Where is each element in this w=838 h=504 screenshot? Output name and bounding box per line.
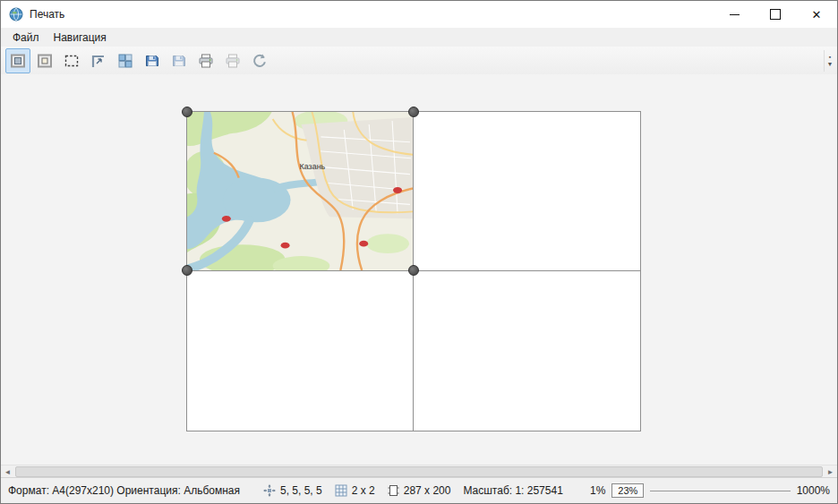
map-preview: Казань <box>187 112 413 270</box>
window-controls: ✕ <box>714 1 837 28</box>
close-icon: ✕ <box>812 9 822 21</box>
zoom-max-label: 1000% <box>797 484 830 497</box>
window-title: Печать <box>30 8 64 21</box>
save-image-button[interactable] <box>167 48 192 73</box>
printer-gray-icon <box>225 53 241 69</box>
framed-page-icon <box>10 53 26 69</box>
page-cell-empty-bottom-left <box>187 271 414 431</box>
maximize-button[interactable] <box>755 1 796 28</box>
grid-value: 2 x 2 <box>352 484 375 497</box>
zoom-slider-track[interactable] <box>650 491 790 491</box>
page-cell-map[interactable]: Казань <box>187 112 414 271</box>
globe-icon <box>9 7 23 21</box>
menu-file[interactable]: Файл <box>5 30 47 46</box>
scale-status-text: Масштаб: 1: 257541 <box>463 484 562 497</box>
printer-icon <box>198 53 214 69</box>
page-size-status: 287 x 200 <box>388 484 451 497</box>
toolbar-overflow-button[interactable]: ▪ ▼ <box>824 50 835 72</box>
margins-value: 5, 5, 5, 5 <box>280 484 322 497</box>
grid-status: 2 x 2 <box>335 484 375 497</box>
print-button[interactable] <box>193 48 218 73</box>
statusbar: Формат: A4(297x210) Ориентация: Альбомна… <box>1 477 837 503</box>
chevron-down-icon: ▼ <box>827 61 834 67</box>
overflow-bar-icon: ▪ <box>829 54 831 60</box>
margins-icon <box>263 484 276 497</box>
titlebar: Печать ✕ <box>1 1 837 28</box>
print-setup-button[interactable] <box>220 48 245 73</box>
resize-handle-bottom-right[interactable] <box>408 265 419 276</box>
dashed-selection-icon <box>64 53 80 69</box>
scrollbar-track[interactable] <box>14 466 824 478</box>
resize-handle-top-left[interactable] <box>182 107 192 117</box>
select-region-button[interactable] <box>59 48 84 73</box>
arrow-right-icon: ► <box>827 468 834 476</box>
resize-handle-bottom-left[interactable] <box>182 265 192 276</box>
preview-area: Казань <box>1 74 837 466</box>
save-button[interactable] <box>140 48 165 73</box>
refresh-button[interactable] <box>247 48 272 73</box>
floppy-save-icon <box>144 53 160 69</box>
corner-ruler-icon <box>90 53 107 69</box>
scrollbar-thumb[interactable] <box>15 466 823 477</box>
minimize-icon <box>730 14 740 15</box>
page-size-icon <box>388 484 399 497</box>
tiles-icon <box>117 53 133 69</box>
split-pages-button[interactable] <box>113 48 138 73</box>
maximize-icon <box>770 9 781 20</box>
scroll-right-button[interactable]: ► <box>824 466 837 478</box>
page-grid: Казань <box>186 111 641 431</box>
inner-frame-icon <box>37 53 53 69</box>
toolbar: ▪ ▼ <box>1 47 837 75</box>
close-button[interactable]: ✕ <box>796 1 837 28</box>
print-window: Печать ✕ Файл Навигация <box>0 0 838 504</box>
menubar: Файл Навигация <box>1 28 837 47</box>
whole-map-button[interactable] <box>5 48 30 73</box>
format-status-text: Формат: A4(297x210) Ориентация: Альбомна… <box>8 484 240 497</box>
refresh-icon <box>252 53 268 69</box>
zoom-value-box[interactable]: 23% <box>611 483 644 498</box>
map-city-label: Казань <box>300 162 326 171</box>
menu-navigation[interactable]: Навигация <box>47 30 114 46</box>
page-cell-empty-bottom-right <box>414 271 640 431</box>
zoom-min-label: 1% <box>590 484 605 497</box>
grid-icon <box>335 484 347 497</box>
page-size-value: 287 x 200 <box>404 484 451 497</box>
margins-status: 5, 5, 5, 5 <box>263 484 322 497</box>
zoom-control: 1% 23% 1000% <box>590 483 830 498</box>
resize-region-button[interactable] <box>86 48 111 73</box>
resize-handle-top-right[interactable] <box>408 107 419 117</box>
floppy-save-gray-icon <box>171 53 187 69</box>
page-cell-empty-top-right <box>414 112 640 271</box>
arrow-left-icon: ◄ <box>4 468 12 476</box>
horizontal-scrollbar[interactable]: ◄ ► <box>1 465 837 478</box>
minimize-button[interactable] <box>714 1 755 28</box>
visible-area-button[interactable] <box>32 48 57 73</box>
scroll-left-button[interactable]: ◄ <box>1 466 14 478</box>
